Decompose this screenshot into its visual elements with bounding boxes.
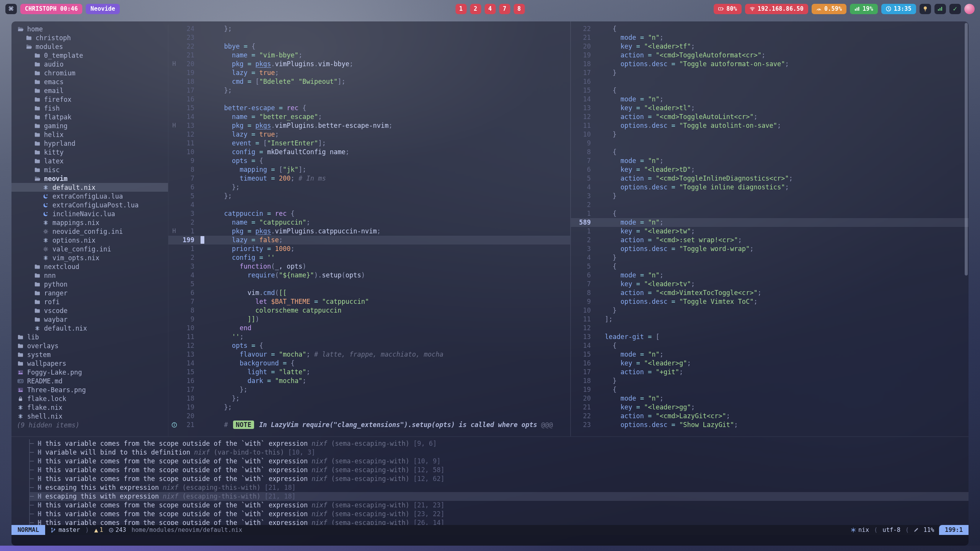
code-line[interactable]: 16 dark = "mocha"; <box>168 377 570 385</box>
code-line[interactable]: 12 <box>571 324 969 333</box>
code-line[interactable]: 22 { <box>571 24 969 33</box>
code-line[interactable]: 21 name = "vim-bbye"; <box>168 51 570 60</box>
code-line[interactable]: 8 colorscheme catppuccin <box>168 306 570 315</box>
code-line[interactable]: 14 { <box>571 341 969 350</box>
code-line[interactable]: 13 key = "<leader>tl"; <box>571 104 969 112</box>
tree-item-vale-config-ini[interactable]: vale_config.ini <box>11 245 168 253</box>
app-badge[interactable]: Neovide <box>86 4 120 14</box>
code-line[interactable]: H20 pkg = pkgs.vimPlugins.vim-bbye; <box>168 60 570 68</box>
tree-item-default-nix[interactable]: default.nix <box>11 324 168 333</box>
code-line[interactable]: 10 end <box>168 324 570 333</box>
tree-item-fish[interactable]: fish <box>11 104 168 112</box>
code-line[interactable]: 7 mode = "n"; <box>571 156 969 165</box>
code-line[interactable]: 16 <box>571 77 969 86</box>
tree-item-vim-opts-nix[interactable]: vim_opts.nix <box>11 253 168 262</box>
code-line[interactable]: 6 vim.cmd([[ <box>168 289 570 297</box>
code-line[interactable]: 21 mode = "n"; <box>571 33 969 42</box>
editor-pane-right[interactable]: 22 {21 mode = "n";20 key = "<leader>tf";… <box>571 24 969 436</box>
diagnostic-hint-count[interactable]: 243 <box>109 527 126 533</box>
tree-item-wallpapers[interactable]: wallpapers <box>11 359 168 368</box>
code-line[interactable]: 12 opts = { <box>168 341 570 350</box>
diagnostic-row[interactable]: ─Hthis variable comes from the scope out… <box>30 510 969 518</box>
code-line[interactable]: 17 } <box>571 68 969 77</box>
workspace-4[interactable]: 4 <box>484 4 496 14</box>
tree-item-flake-lock[interactable]: flake.lock <box>11 394 168 403</box>
code-line[interactable]: 19 lazy = true; <box>168 68 570 77</box>
code-line[interactable]: 11 ]; <box>571 315 969 324</box>
tree-item-gaming[interactable]: gaming <box>11 121 168 130</box>
code-line[interactable]: 5 <box>168 280 570 289</box>
git-branch[interactable]: master <box>51 527 80 533</box>
code-line[interactable]: 5 action = "<cmd>ToggleInlineDiagnostics… <box>571 174 969 183</box>
session-badge[interactable]: CHRISTOPH 00:46 <box>20 4 82 14</box>
editor-pane-left[interactable]: 24 };2322 bbye = {21 name = "vim-bbye";H… <box>168 24 570 436</box>
code-line[interactable]: 3 } <box>571 192 969 201</box>
tree-item-chromium[interactable]: chromium <box>11 68 168 77</box>
code-line[interactable]: 2 <box>571 201 969 209</box>
code-line[interactable]: 11 ''; <box>168 333 570 341</box>
code-line[interactable]: 9 <box>571 139 969 148</box>
code-line[interactable]: H13 pkg = pkgs.vimPlugins.better-escape-… <box>168 121 570 130</box>
tree-item-vscode[interactable]: vscode <box>11 306 168 315</box>
tree-item-options-nix[interactable]: options.nix <box>11 236 168 245</box>
code-line[interactable]: 17 }; <box>168 86 570 95</box>
code-line[interactable]: 18 } <box>571 377 969 385</box>
tree-item-readme-md[interactable]: README.md <box>11 377 168 385</box>
command-line[interactable] <box>11 535 969 546</box>
code-line[interactable]: 4 } <box>571 253 969 262</box>
code-line[interactable]: 9 options.desc = "Toggle Vimtex ToC"; <box>571 297 969 306</box>
code-line[interactable]: 17 action = "+git"; <box>571 368 969 377</box>
code-line[interactable]: 15 better-escape = rec { <box>168 104 570 112</box>
tree-item-extraconfigluapost-lua[interactable]: extraConfigLuaPost.lua <box>11 201 168 209</box>
code-line[interactable]: 20 key = "<leader>tf"; <box>571 42 969 51</box>
tree-item-three-bears-png[interactable]: Three-Bears.png <box>11 385 168 394</box>
code-line[interactable]: 19 }; <box>168 403 570 412</box>
code-line[interactable]: 24 }; <box>168 24 570 33</box>
tree-item-audio[interactable]: audio <box>11 60 168 68</box>
tree-item-emacs[interactable]: emacs <box>11 77 168 86</box>
cursor-line[interactable]: 199 lazy = false; <box>168 236 570 245</box>
tree-item-inclinenavic-lua[interactable]: inclineNavic.lua <box>11 209 168 218</box>
code-line[interactable]: 1 { <box>571 209 969 218</box>
diagnostic-row[interactable]: ─Hescaping this with expressionnixf(esca… <box>30 492 969 501</box>
code-line[interactable]: 7 timeout = 200; # In ms <box>168 174 570 183</box>
code-line[interactable]: 10 } <box>571 306 969 315</box>
diagnostic-row[interactable]: ─Hthis variable comes from the scope out… <box>30 466 969 474</box>
code-line[interactable]: 19 { <box>571 385 969 394</box>
diagnostic-row[interactable]: ─Hthis variable comes from the scope out… <box>30 474 969 483</box>
scrollbar[interactable] <box>965 23 968 276</box>
code-line[interactable]: 4 options.desc = "Toggle inline diagnost… <box>571 183 969 192</box>
code-line[interactable]: 6 }; <box>168 183 570 192</box>
diagnostic-row[interactable]: ─Hvariable will bind to this definitionn… <box>30 448 969 457</box>
code-line[interactable]: 20 mode = "n"; <box>571 394 969 403</box>
code-line[interactable]: 10 config = mkDefaultConfig name; <box>168 148 570 156</box>
workspace-1[interactable]: 1 <box>455 4 466 14</box>
code-line[interactable]: 21 # NOTE In LazyVim require("clang_exte… <box>168 421 570 429</box>
tree-item-nextcloud[interactable]: nextcloud <box>11 262 168 271</box>
code-line[interactable]: 13 flavour = "mocha"; # latte, frappe, m… <box>168 350 570 359</box>
code-line[interactable]: 8 mapping = ["jk"]; <box>168 165 570 174</box>
code-line[interactable]: 2 action = "<cmd>:set wrap!<cr>"; <box>571 236 969 245</box>
code-line[interactable]: 4 <box>168 201 570 209</box>
brightness-toggle[interactable] <box>920 4 931 14</box>
tree-item-shell-nix[interactable]: shell.nix <box>11 412 168 421</box>
avatar[interactable] <box>964 4 975 14</box>
tree-item-flake-nix[interactable]: flake.nix <box>11 403 168 412</box>
diagnostic-row[interactable]: ─Hthis variable comes from the scope out… <box>30 457 969 466</box>
code-line[interactable]: 11 event = ["InsertEnter"]; <box>168 139 570 148</box>
tree-item-lib[interactable]: lib <box>11 333 168 341</box>
tree-item-christoph[interactable]: christoph <box>11 33 168 42</box>
code-line[interactable]: 23 <box>168 33 570 42</box>
code-line[interactable]: 16 key = "<leader>g"; <box>571 359 969 368</box>
tree-item-kitty[interactable]: kitty <box>11 148 168 156</box>
tree-item-9-hidden-items[interactable]: (9 hidden items) <box>11 421 168 429</box>
code-line[interactable]: 23 options.desc = "Show LazyGit"; <box>571 421 969 429</box>
code-line[interactable]: 3 function(_, opts) <box>168 262 570 271</box>
code-line[interactable]: 18 cmd = ["Bdelete" "Bwipeout"]; <box>168 77 570 86</box>
diagnostic-row[interactable]: ─Hthis variable comes from the scope out… <box>30 439 969 448</box>
code-line[interactable]: 14 name = "better_escape"; <box>168 112 570 121</box>
tree-item-ranger[interactable]: ranger <box>11 289 168 297</box>
tree-item-firefox[interactable]: firefox <box>11 95 168 104</box>
code-line[interactable]: 14 background = { <box>168 359 570 368</box>
workspace-2[interactable]: 2 <box>470 4 481 14</box>
